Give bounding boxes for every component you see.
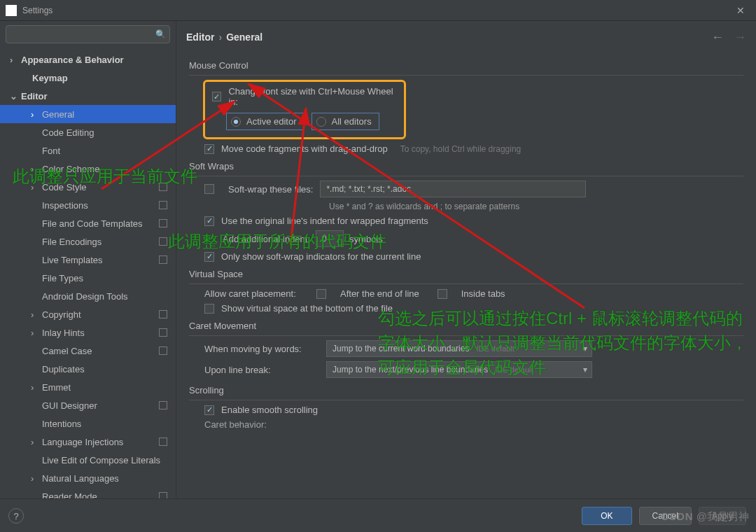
checkbox-soft-wrap-files[interactable] [204, 184, 214, 194]
chevron-icon: › [31, 182, 39, 192]
sidebar-item-duplicates[interactable]: Duplicates [0, 360, 176, 378]
sidebar-item-file-and-code-templates[interactable]: File and Code Templates [0, 214, 176, 232]
label-only-current-line: Only show soft-wrap indicators for the c… [221, 251, 421, 262]
scope-indicator-icon [159, 255, 167, 264]
label-moving-by-words: When moving by words: [204, 344, 319, 354]
label-additional-indent: Add additional indent: [223, 234, 310, 244]
scope-indicator-icon [159, 310, 167, 318]
sidebar-item-label: Color Scheme [42, 164, 99, 174]
checkbox-smooth-scrolling[interactable] [204, 405, 214, 415]
checkbox-only-current-line[interactable] [204, 252, 214, 262]
sidebar-item-file-types[interactable]: File Types [0, 269, 176, 287]
sidebar-item-label: Intentions [42, 419, 81, 429]
sidebar-item-appearance-behavior[interactable]: ›Appearance & Behavior [0, 50, 176, 69]
section-caret-movement: Caret Movement [189, 321, 743, 336]
forward-icon[interactable]: → [734, 30, 746, 45]
sidebar: 🔍 ›Appearance & BehaviorKeymap⌄Editor›Ge… [0, 21, 176, 498]
scope-indicator-icon [159, 438, 167, 446]
label-soft-wrap-files: Soft-wrap these files: [228, 184, 313, 195]
sidebar-item-color-scheme[interactable]: ›Color Scheme [0, 160, 176, 178]
combo-upon-line-break[interactable]: Jump to the next/previous line boundarie… [326, 361, 592, 378]
label-change-font-size: Change font size with Ctrl+Mouse Wheel i… [228, 86, 397, 107]
sidebar-item-label: Keymap [32, 73, 68, 83]
sidebar-item-label: Live Templates [42, 255, 102, 265]
label-active-editor: Active editor [246, 116, 297, 127]
input-additional-indent[interactable] [316, 230, 344, 247]
breadcrumb: Editor › General ← → [176, 21, 756, 53]
checkbox-virtual-space-bottom[interactable] [204, 304, 214, 314]
combo-moving-by-words[interactable]: Jump to the current word boundariesIDE d… [326, 340, 592, 357]
scope-indicator-icon [159, 328, 167, 337]
close-icon[interactable]: ✕ [731, 5, 750, 16]
sidebar-item-label: File and Code Templates [42, 218, 143, 229]
radio-all-editors[interactable] [316, 117, 326, 127]
scope-indicator-icon [159, 346, 167, 355]
scope-indicator-icon [159, 237, 167, 246]
chevron-icon: › [31, 437, 39, 447]
sidebar-item-label: Copyright [42, 309, 81, 320]
section-virtual-space: Virtual Space [189, 269, 743, 284]
input-soft-wrap-patterns[interactable] [320, 181, 586, 197]
sidebar-item-code-editing[interactable]: Code Editing [0, 123, 176, 141]
radio-all-editors-cell[interactable]: All editors [312, 113, 379, 130]
chevron-icon: ⌄ [10, 91, 18, 102]
sidebar-item-inspections[interactable]: Inspections [0, 196, 176, 214]
checkbox-inside-tabs[interactable] [438, 289, 447, 299]
label-allow-caret: Allow caret placement: [204, 288, 309, 299]
checkbox-original-indent[interactable] [204, 216, 214, 226]
chevron-icon: › [31, 109, 39, 120]
sidebar-item-label: Code Style [42, 182, 87, 192]
sidebar-item-label: File Encodings [42, 237, 102, 247]
sidebar-item-editor[interactable]: ⌄Editor [0, 87, 176, 105]
sidebar-item-font[interactable]: Font [0, 141, 176, 160]
label-additional-units: symbols [349, 234, 383, 244]
label-all-editors: All editors [332, 116, 372, 127]
scope-indicator-icon [159, 201, 167, 209]
sidebar-item-label: Natural Languages [42, 473, 119, 484]
sidebar-item-label: Camel Case [42, 346, 92, 356]
ok-button[interactable]: OK [582, 507, 631, 525]
sidebar-item-live-edit-of-compose-literals[interactable]: Live Edit of Compose Literals [0, 451, 176, 469]
sidebar-item-keymap[interactable]: Keymap [0, 69, 176, 87]
sidebar-item-label: Editor [21, 91, 48, 102]
sidebar-item-general[interactable]: ›General [0, 105, 176, 123]
sidebar-item-copyright[interactable]: ›Copyright [0, 305, 176, 323]
sidebar-item-code-style[interactable]: ›Code Style [0, 178, 176, 196]
chevron-icon: › [10, 55, 18, 65]
sidebar-item-label: Duplicates [42, 364, 85, 374]
radio-active-editor-cell[interactable]: Active editor [226, 113, 304, 130]
sidebar-item-live-templates[interactable]: Live Templates [0, 251, 176, 269]
sidebar-item-label: Language Injections [42, 437, 123, 447]
sidebar-item-label: General [42, 109, 74, 120]
sidebar-item-gui-designer[interactable]: GUI Designer [0, 396, 176, 414]
hint-move-fragments: To copy, hold Ctrl while dragging [400, 144, 522, 154]
sidebar-item-inlay-hints[interactable]: ›Inlay Hints [0, 323, 176, 342]
sidebar-item-reader-mode[interactable]: Reader Mode [0, 487, 176, 498]
radio-active-editor[interactable] [231, 117, 241, 127]
breadcrumb-editor[interactable]: Editor [186, 31, 214, 43]
sidebar-item-label: Appearance & Behavior [21, 55, 124, 65]
sidebar-item-android-design-tools[interactable]: Android Design Tools [0, 287, 176, 305]
sidebar-item-language-injections[interactable]: ›Language Injections [0, 433, 176, 451]
sidebar-item-intentions[interactable]: Intentions [0, 414, 176, 433]
search-input[interactable] [6, 25, 170, 43]
back-icon[interactable]: ← [711, 30, 724, 45]
sidebar-item-natural-languages[interactable]: ›Natural Languages [0, 469, 176, 487]
checkbox-change-font-size[interactable] [212, 92, 221, 102]
sidebar-item-camel-case[interactable]: Camel Case [0, 342, 176, 360]
window-title: Settings [22, 6, 731, 15]
scope-indicator-icon [159, 492, 167, 498]
sidebar-item-label: Code Editing [42, 127, 94, 138]
checkbox-move-fragments[interactable] [204, 144, 214, 154]
help-icon[interactable]: ? [8, 508, 24, 524]
breadcrumb-general: General [226, 31, 262, 43]
sidebar-item-label: Inlay Hints [42, 328, 85, 338]
label-smooth-scrolling: Enable smooth scrolling [221, 405, 318, 415]
watermark: CSDN @我是男神 [661, 510, 749, 524]
titlebar: Settings ✕ [0, 0, 756, 21]
checkbox-after-end-of-line[interactable] [316, 289, 326, 299]
app-icon [6, 5, 17, 16]
sidebar-item-emmet[interactable]: ›Emmet [0, 378, 176, 396]
sidebar-item-label: GUI Designer [42, 400, 97, 411]
sidebar-item-file-encodings[interactable]: File Encodings [0, 232, 176, 251]
